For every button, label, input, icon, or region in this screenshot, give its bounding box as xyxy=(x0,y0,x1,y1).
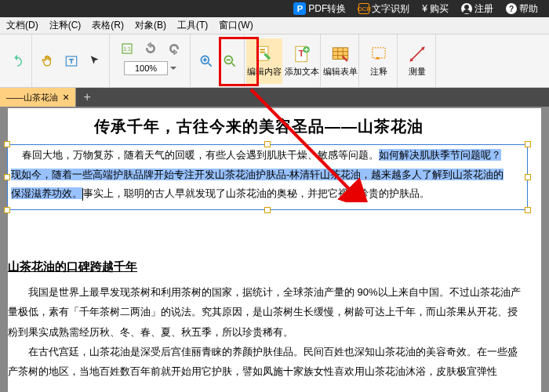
menu-file[interactable]: 文档(D) xyxy=(6,19,38,32)
tab-label: ——山茶花油 xyxy=(6,92,58,103)
rotate-right-button[interactable] xyxy=(163,38,185,60)
svg-rect-9 xyxy=(333,48,348,60)
add-text-button[interactable]: T 添加文本 xyxy=(284,38,320,84)
user-icon xyxy=(461,3,472,14)
svg-text:T: T xyxy=(299,49,304,58)
hand-tool[interactable] xyxy=(37,50,59,72)
section-2: 山茶花油的口碑跨越千年 我国是世界上最早发现茶树和利用茶树的国家，据统计，全球茶… xyxy=(8,260,527,382)
highlighted-text: 如何解决肌肤季节问题呢？ xyxy=(379,149,501,161)
measure-button[interactable]: 测量 xyxy=(399,38,435,84)
menubar: 文档(D) 注释(C) 表格(R) 对象(B) 工具(T) 窗口(W) xyxy=(0,17,549,34)
highlighted-text: 保湿滋养功效。 xyxy=(11,187,82,199)
buy-button[interactable]: ¥购买 xyxy=(417,2,453,16)
register-button[interactable]: 注册 xyxy=(456,2,498,16)
zoom-in-button[interactable] xyxy=(195,50,217,72)
document-tab[interactable]: ——山茶花油 × xyxy=(0,88,76,107)
tabbar: ——山茶花油 × + xyxy=(0,88,549,107)
ocr-icon: OCR xyxy=(358,3,369,14)
resize-handle[interactable] xyxy=(525,141,531,147)
fit-page-button[interactable]: 1:1 xyxy=(116,38,138,60)
add-tab-button[interactable]: + xyxy=(79,89,95,105)
annotate-button[interactable]: 注释 xyxy=(361,38,397,84)
menu-window[interactable]: 窗口(W) xyxy=(219,19,253,32)
heading-2: 山茶花油的口碑跨越千年 xyxy=(8,260,527,274)
help-icon: ? xyxy=(506,3,517,14)
svg-rect-5 xyxy=(256,46,268,60)
resize-handle[interactable] xyxy=(4,207,10,213)
p-logo-icon: P xyxy=(293,2,306,15)
rotate-left-button[interactable] xyxy=(140,38,162,60)
pdf-convert-button[interactable]: PPDF转换 xyxy=(289,2,351,16)
resize-handle[interactable] xyxy=(525,207,531,213)
titlebar: PPDF转换 OCR文字识别 ¥购买 注册 ?帮助 xyxy=(0,0,549,17)
paragraph-1[interactable]: 春回大地，万物复苏，随着天气的回暖，有些人会遇到肌肤干燥、敏感等问题。如何解决肌… xyxy=(11,146,524,204)
svg-rect-10 xyxy=(373,48,385,58)
resize-handle[interactable] xyxy=(4,174,10,180)
page: 传承千年，古往今来的美容圣品——山茶花油 春回大地，万物复苏，随着天气的回暖，有… xyxy=(8,108,541,392)
yen-icon: ¥ xyxy=(422,3,427,14)
edit-form-button[interactable]: 编辑表单 xyxy=(322,38,358,84)
document-viewport[interactable]: 传承千年，古往今来的美容圣品——山茶花油 春回大地，万物复苏，随着天气的回暖，有… xyxy=(0,107,549,392)
svg-text:1:1: 1:1 xyxy=(123,46,131,52)
zoom-out-button[interactable] xyxy=(219,50,241,72)
menu-tool[interactable]: 工具(T) xyxy=(177,19,208,32)
zoom-dropdown-icon[interactable] xyxy=(169,64,177,72)
text-select-tool[interactable] xyxy=(60,50,82,72)
menu-annotate[interactable]: 注释(C) xyxy=(49,19,82,32)
paragraph-3: 在古代宫廷，山茶花油是深受后宫佳丽青睐的养颜护肤佳品。民间百姓也深知山茶花油的美… xyxy=(8,342,527,382)
zoom-input[interactable] xyxy=(124,61,168,75)
menu-table[interactable]: 表格(R) xyxy=(92,19,124,32)
edit-content-button[interactable]: 编辑内容 xyxy=(246,38,282,84)
ocr-button[interactable]: OCR文字识别 xyxy=(354,2,414,16)
highlighted-text: 现如今，随着一些高端护肤品牌开始专注开发山茶花油护肤品-林清轩山茶花油，越来越多… xyxy=(11,169,504,180)
toolbar: 1:1 编辑内容 T 添加文本 编辑表单 注释 xyxy=(0,34,549,88)
doc-title: 传承千年，古往今来的美容圣品——山茶花油 xyxy=(94,116,527,137)
close-tab-icon[interactable]: × xyxy=(63,91,69,103)
resize-handle[interactable] xyxy=(264,207,271,213)
paragraph-2: 我国是世界上最早发现茶树和利用茶树的国家，据统计，全球茶油产量的 90%以上来自… xyxy=(8,282,527,342)
undo-button[interactable] xyxy=(6,50,28,72)
resize-handle[interactable] xyxy=(525,174,531,180)
resize-handle[interactable] xyxy=(4,141,10,147)
menu-object[interactable]: 对象(B) xyxy=(135,19,166,32)
help-button[interactable]: ?帮助 xyxy=(501,2,543,16)
arrow-tool[interactable] xyxy=(84,50,106,72)
